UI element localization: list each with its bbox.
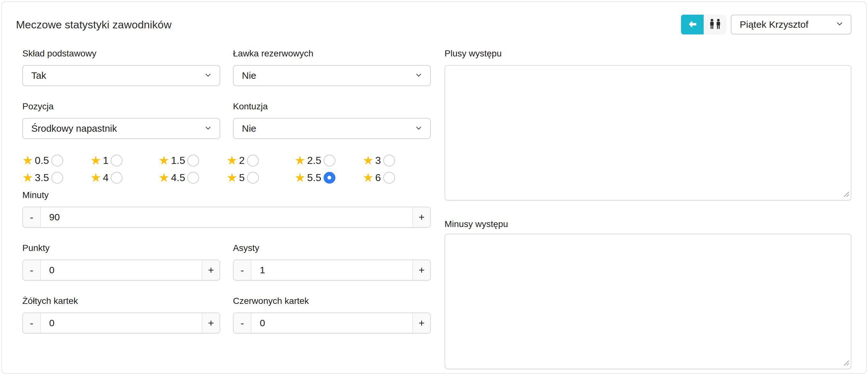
sklad-podstawowy-select[interactable]: Tak — [22, 65, 220, 86]
select-value: Nie — [242, 123, 256, 134]
minuty-input[interactable] — [41, 207, 412, 227]
czerwonych-kartek-decrement-button[interactable]: - — [234, 313, 251, 333]
field-kontuzja: Kontuzja Nie — [233, 101, 431, 139]
header: Meczowe statystyki zawodników — [16, 15, 851, 34]
rating-radio[interactable] — [383, 172, 395, 184]
zoltych-kartek-input[interactable] — [41, 313, 202, 333]
kontuzja-select[interactable]: Nie — [233, 118, 431, 139]
star-icon: ★ — [294, 172, 305, 184]
two-people-icon — [708, 19, 722, 31]
chevron-down-icon — [204, 123, 212, 134]
asysty-decrement-button[interactable]: - — [234, 260, 251, 280]
player-dropdown[interactable]: Piątek Krzysztof — [731, 15, 851, 34]
rating-option: ★5 — [226, 172, 294, 184]
zoltych-kartek-decrement-button[interactable]: - — [23, 313, 41, 333]
field-label: Punkty — [22, 243, 220, 253]
punkty-input[interactable] — [41, 260, 202, 280]
field-asysty: Asysty - + — [233, 243, 431, 281]
star-icon: ★ — [226, 172, 238, 184]
star-icon: ★ — [363, 172, 374, 184]
field-label: Kontuzja — [233, 101, 431, 112]
field-punkty: Punkty - + — [22, 243, 220, 281]
punkty-increment-button[interactable]: + — [202, 260, 220, 280]
field-label: Asysty — [233, 243, 431, 253]
rating-label: 2.5 — [307, 155, 321, 166]
star-icon: ★ — [22, 154, 33, 166]
rating-radio[interactable] — [323, 172, 335, 184]
field-lawka-rezerwowych: Ławka rezerwowych Nie — [233, 48, 431, 86]
field-label: Pozycja — [22, 101, 220, 112]
rating-label: 5 — [239, 172, 245, 184]
rating-radio[interactable] — [383, 155, 395, 166]
zoltych-kartek-increment-button[interactable]: + — [202, 313, 220, 333]
header-button-group — [681, 15, 726, 34]
rating-radio[interactable] — [187, 172, 199, 184]
chevron-down-icon — [835, 19, 844, 30]
field-minusy-wystepu: Minusy występu — [444, 219, 851, 369]
field-label: Minusy występu — [444, 219, 851, 229]
left-panel: Skład podstawowy Tak Ławka rezerwowych N… — [22, 48, 431, 369]
chevron-down-icon — [415, 70, 423, 81]
chevron-down-icon — [415, 123, 423, 134]
minuty-decrement-button[interactable]: - — [23, 207, 41, 227]
players-button[interactable] — [704, 15, 726, 34]
field-label: Plusy występu — [444, 48, 851, 59]
asysty-input[interactable] — [251, 260, 412, 280]
star-icon: ★ — [363, 154, 374, 166]
rating-option: ★4.5 — [159, 172, 226, 184]
field-sklad-podstawowy: Skład podstawowy Tak — [22, 48, 220, 86]
asysty-increment-button[interactable]: + — [412, 260, 430, 280]
chevron-down-icon — [204, 70, 212, 81]
star-icon: ★ — [90, 154, 101, 166]
rating-option: ★3.5 — [22, 172, 90, 184]
rating-option: ★1.5 — [159, 154, 226, 166]
rating-label: 5.5 — [307, 172, 321, 184]
rating-group: ★0.5 ★1 ★1.5 ★2 ★2.5 ★3 ★3.5 ★4 ★4.5 ★5 … — [22, 154, 431, 184]
minusy-wystepu-textarea[interactable] — [444, 234, 851, 369]
rating-label: 0.5 — [35, 155, 49, 166]
minuty-increment-button[interactable]: + — [412, 207, 430, 227]
rating-option: ★4 — [90, 172, 158, 184]
rating-option: ★2 — [226, 154, 294, 166]
field-zoltych-kartek: Żółtych kartek - + — [22, 296, 220, 334]
rating-option: ★3 — [363, 154, 431, 166]
select-value: Środkowy napastnik — [31, 123, 117, 134]
punkty-decrement-button[interactable]: - — [23, 260, 41, 280]
plusy-wystepu-textarea[interactable] — [444, 65, 851, 201]
rating-label: 4 — [103, 172, 108, 184]
page-title: Meczowe statystyki zawodników — [16, 15, 172, 34]
right-panel: Plusy występu Minusy występu — [444, 48, 851, 369]
star-icon: ★ — [159, 154, 169, 166]
rating-radio[interactable] — [323, 155, 335, 166]
select-value: Tak — [31, 70, 46, 81]
rating-option: ★1 — [90, 154, 158, 166]
star-icon: ★ — [294, 154, 305, 166]
czerwonych-kartek-input[interactable] — [251, 313, 412, 333]
field-label: Żółtych kartek — [22, 296, 220, 306]
rating-option: ★0.5 — [22, 154, 90, 166]
header-controls: Piątek Krzysztof — [681, 15, 851, 34]
rating-option: ★2.5 — [294, 154, 363, 166]
rating-radio[interactable] — [111, 172, 123, 184]
czerwonych-kartek-increment-button[interactable]: + — [412, 313, 430, 333]
rating-label: 6 — [375, 172, 381, 184]
rating-option: ★6 — [363, 172, 431, 184]
lawka-rezerwowych-select[interactable]: Nie — [233, 65, 431, 86]
back-button[interactable] — [681, 15, 704, 34]
asysty-stepper: - + — [233, 260, 431, 281]
field-label: Minuty — [22, 190, 431, 200]
field-pozycja: Pozycja Środkowy napastnik — [22, 101, 220, 139]
field-label: Ławka rezerwowych — [233, 48, 431, 59]
rating-radio[interactable] — [51, 155, 63, 166]
form-area: Skład podstawowy Tak Ławka rezerwowych N… — [16, 48, 851, 369]
rating-radio[interactable] — [111, 155, 123, 166]
rating-radio[interactable] — [247, 155, 259, 166]
rating-radio[interactable] — [51, 172, 63, 184]
rating-radio[interactable] — [187, 155, 199, 166]
player-dropdown-value: Piątek Krzysztof — [740, 19, 808, 30]
punkty-stepper: - + — [22, 260, 220, 281]
field-minuty: Minuty - + — [22, 190, 431, 228]
pozycja-select[interactable]: Środkowy napastnik — [22, 118, 220, 139]
star-icon: ★ — [22, 172, 33, 184]
rating-radio[interactable] — [247, 172, 259, 184]
